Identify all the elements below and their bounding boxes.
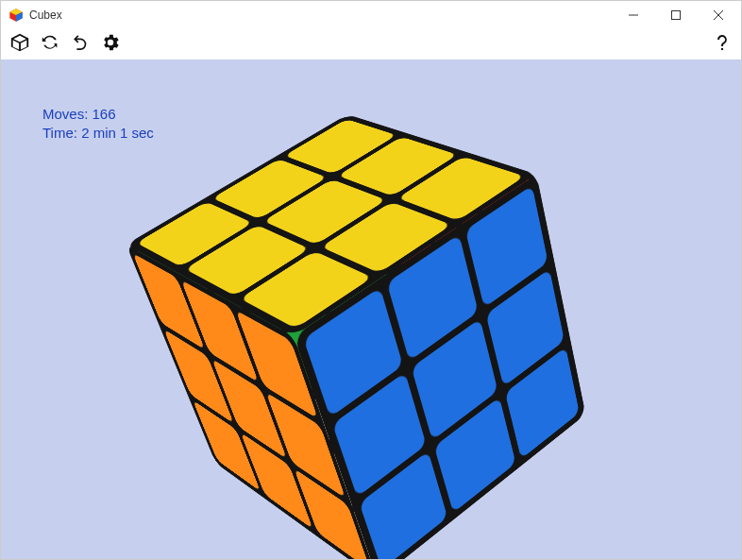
- time-value: 2 min 1 sec: [81, 125, 154, 141]
- moves-value: 166: [93, 106, 116, 122]
- settings-button[interactable]: [97, 31, 124, 58]
- close-button[interactable]: [697, 1, 739, 29]
- toolbar: [1, 29, 741, 59]
- shuffle-button[interactable]: [37, 31, 63, 58]
- help-button[interactable]: [709, 31, 735, 58]
- undo-button[interactable]: [67, 31, 93, 58]
- undo-icon: [70, 32, 91, 57]
- moves-line: Moves: 166: [42, 105, 154, 124]
- time-line: Time: 2 min 1 sec: [42, 124, 154, 143]
- svg-rect-4: [671, 11, 680, 20]
- moves-label: Moves:: [42, 106, 88, 122]
- help-icon: [711, 31, 734, 58]
- cube-icon: [9, 32, 30, 57]
- stats-panel: Moves: 166 Time: 2 min 1 sec: [42, 105, 154, 144]
- cube-scene[interactable]: [220, 183, 522, 485]
- cube-canvas[interactable]: Moves: 166 Time: 2 min 1 sec: [1, 59, 741, 559]
- titlebar: Cubex: [1, 1, 741, 29]
- app-icon: [8, 8, 24, 23]
- gear-icon: [100, 32, 121, 57]
- time-label: Time:: [42, 125, 77, 141]
- maximize-button[interactable]: [654, 1, 697, 29]
- window-title: Cubex: [29, 8, 612, 22]
- shuffle-icon: [40, 32, 60, 57]
- minimize-button[interactable]: [612, 1, 654, 29]
- rubiks-cube[interactable]: [203, 133, 507, 531]
- new-cube-button[interactable]: [7, 31, 33, 58]
